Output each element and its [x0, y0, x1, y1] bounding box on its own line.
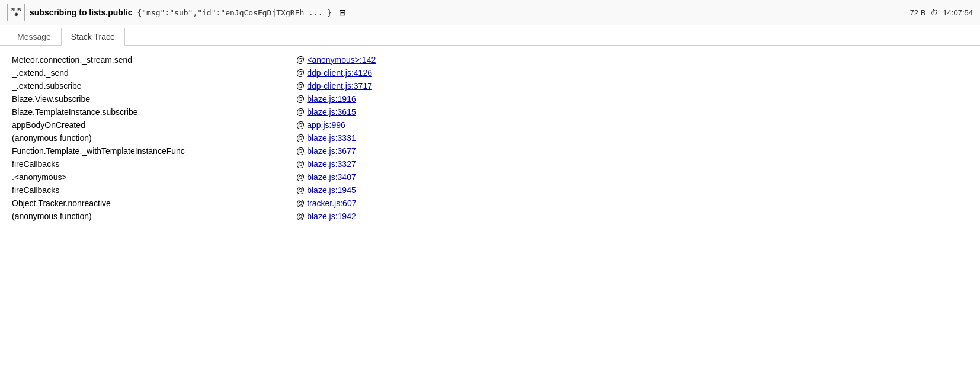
trace-link[interactable]: app.js:996: [307, 120, 345, 130]
clock-icon: ⏱: [930, 8, 938, 17]
trace-row: .<anonymous>@ blaze.js:3407: [12, 172, 968, 182]
sub-icon: SUB ⊕: [7, 4, 25, 21]
trace-function: (anonymous function): [12, 133, 296, 143]
trace-at-symbol: @: [296, 159, 305, 169]
trace-link[interactable]: blaze.js:3407: [307, 172, 356, 182]
stack-trace-content: Meteor.connection._stream.send@ <anonymo…: [0, 46, 980, 234]
trace-at-symbol: @: [296, 146, 305, 156]
trace-link[interactable]: blaze.js:3615: [307, 107, 356, 117]
trace-link[interactable]: ddp-client.js:3717: [307, 81, 372, 91]
trace-at-symbol: @: [296, 198, 305, 208]
trace-function: (anonymous function): [12, 211, 296, 221]
message-size: 72 B: [910, 8, 926, 17]
trace-row: _.extend._send@ ddp-client.js:4126: [12, 68, 968, 78]
header-bar: SUB ⊕ subscribing to lists.public {"msg"…: [0, 0, 980, 25]
trace-function: appBodyOnCreated: [12, 120, 296, 130]
trace-row: (anonymous function)@ blaze.js:3331: [12, 133, 968, 143]
trace-at-symbol: @: [296, 211, 305, 221]
trace-row: fireCallbacks@ blaze.js:3327: [12, 159, 968, 169]
trace-row: (anonymous function)@ blaze.js:1942: [12, 211, 968, 221]
trace-function: fireCallbacks: [12, 185, 296, 195]
trace-link[interactable]: blaze.js:3327: [307, 159, 356, 169]
trace-at-symbol: @: [296, 185, 305, 195]
trace-function: Blaze.View.subscribe: [12, 94, 296, 104]
trace-at-symbol: @: [296, 120, 305, 130]
trace-link[interactable]: <anonymous>:142: [307, 55, 376, 65]
trace-function: Meteor.connection._stream.send: [12, 55, 296, 65]
trace-at-symbol: @: [296, 68, 305, 78]
tabs-bar: Message Stack Trace: [0, 28, 980, 46]
header-payload: {"msg":"sub","id":"enJqCosEgDjTXgRFh ...…: [137, 8, 332, 17]
header-title: subscribing to lists.public: [30, 8, 132, 17]
trace-row: Blaze.TemplateInstance.subscribe@ blaze.…: [12, 107, 968, 117]
trace-at-symbol: @: [296, 107, 305, 117]
trace-function: Blaze.TemplateInstance.subscribe: [12, 107, 296, 117]
timestamp: 14:07:54: [943, 8, 973, 17]
tab-stack-trace[interactable]: Stack Trace: [61, 28, 125, 46]
trace-row: Meteor.connection._stream.send@ <anonymo…: [12, 55, 968, 65]
trace-function: _.extend._send: [12, 68, 296, 78]
trace-at-symbol: @: [296, 133, 305, 143]
trace-at-symbol: @: [296, 81, 305, 91]
trace-link[interactable]: ddp-client.js:4126: [307, 68, 372, 78]
trace-at-symbol: @: [296, 55, 305, 65]
trace-function: _.extend.subscribe: [12, 81, 296, 91]
trace-row: Function.Template._withTemplateInstanceF…: [12, 146, 968, 156]
trace-at-symbol: @: [296, 172, 305, 182]
trace-row: fireCallbacks@ blaze.js:1945: [12, 185, 968, 195]
trace-at-symbol: @: [296, 94, 305, 104]
trace-function: Function.Template._withTemplateInstanceF…: [12, 146, 296, 156]
trace-function: fireCallbacks: [12, 159, 296, 169]
trace-link[interactable]: tracker.js:607: [307, 198, 356, 208]
trace-row: Blaze.View.subscribe@ blaze.js:1916: [12, 94, 968, 104]
tab-message[interactable]: Message: [7, 28, 61, 46]
trace-function: Object.Tracker.nonreactive: [12, 198, 296, 208]
header-right: 72 B ⏱ 14:07:54: [910, 8, 973, 17]
collapse-button[interactable]: ⊟: [339, 8, 346, 17]
trace-link[interactable]: blaze.js:3677: [307, 146, 356, 156]
trace-link[interactable]: blaze.js:1942: [307, 211, 356, 221]
trace-link[interactable]: blaze.js:1916: [307, 94, 356, 104]
trace-function: .<anonymous>: [12, 172, 296, 182]
header-left: SUB ⊕ subscribing to lists.public {"msg"…: [7, 4, 346, 21]
trace-row: appBodyOnCreated@ app.js:996: [12, 120, 968, 130]
trace-row: Object.Tracker.nonreactive@ tracker.js:6…: [12, 198, 968, 208]
trace-link[interactable]: blaze.js:3331: [307, 133, 356, 143]
trace-link[interactable]: blaze.js:1945: [307, 185, 356, 195]
trace-row: _.extend.subscribe@ ddp-client.js:3717: [12, 81, 968, 91]
